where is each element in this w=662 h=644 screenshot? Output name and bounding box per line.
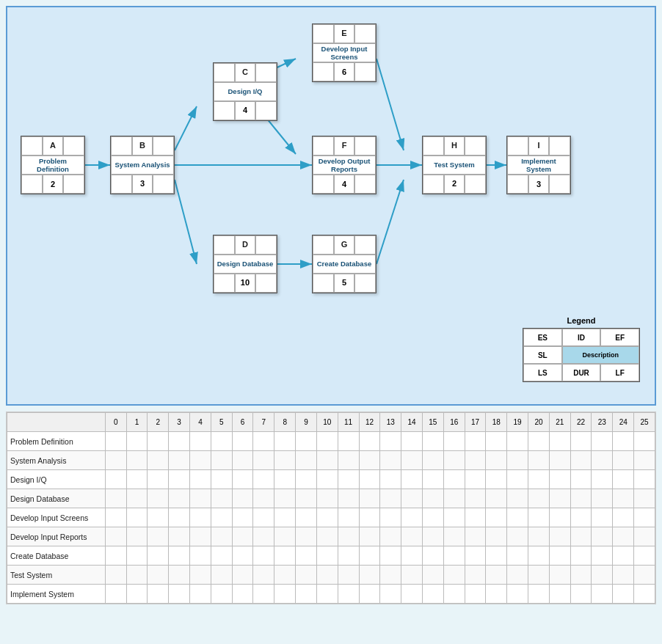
gantt-cell	[528, 432, 550, 451]
gantt-col-7: 7	[253, 413, 274, 432]
gantt-cell	[359, 566, 380, 585]
gantt-row-label: Problem Definition	[7, 432, 106, 451]
gantt-cell	[613, 546, 634, 566]
gantt-cell	[592, 527, 613, 546]
gantt-cell	[549, 432, 570, 451]
gantt-cell	[211, 432, 232, 451]
gantt-cell	[316, 489, 338, 508]
gantt-cell	[507, 508, 528, 527]
gantt-cell	[401, 508, 423, 527]
gantt-cell	[486, 508, 507, 527]
gantt-cell	[592, 470, 613, 489]
gantt-cell	[465, 566, 486, 585]
gantt-cell	[296, 508, 317, 527]
gantt-cell	[148, 451, 169, 470]
gantt-cell	[443, 508, 465, 527]
gantt-cell	[274, 546, 296, 566]
gantt-cell	[549, 527, 570, 546]
gantt-cell	[380, 546, 401, 566]
gantt-cell	[401, 489, 423, 508]
gantt-cell	[148, 489, 169, 508]
gantt-cell	[274, 585, 296, 604]
gantt-cell	[486, 585, 507, 604]
gantt-cell	[443, 470, 465, 489]
gantt-cell	[507, 489, 528, 508]
gantt-cell	[296, 566, 317, 585]
gantt-cell	[169, 432, 190, 451]
gantt-cell	[401, 432, 423, 451]
gantt-cell	[169, 508, 190, 527]
gantt-cell	[232, 527, 253, 546]
gantt-cell	[507, 546, 528, 566]
gantt-cell	[211, 566, 232, 585]
gantt-cell	[296, 470, 317, 489]
gantt-col-16: 16	[443, 413, 465, 432]
gantt-cell	[465, 585, 486, 604]
gantt-cell	[634, 585, 655, 604]
gantt-cell	[338, 527, 359, 546]
gantt-cell	[316, 508, 338, 527]
gantt-cell	[105, 527, 126, 546]
gantt-cell	[232, 470, 253, 489]
gantt-header-label	[7, 413, 106, 432]
gantt-cell	[190, 470, 211, 489]
gantt-col-4: 4	[190, 413, 211, 432]
gantt-cell	[570, 489, 592, 508]
gantt-cell	[465, 527, 486, 546]
gantt-col-14: 14	[401, 413, 423, 432]
gantt-cell	[465, 546, 486, 566]
gantt-cell	[190, 546, 211, 566]
gantt-cell	[359, 508, 380, 527]
gantt-cell	[148, 470, 169, 489]
gantt-cell	[190, 489, 211, 508]
gantt-col-20: 20	[528, 413, 550, 432]
gantt-cell	[190, 451, 211, 470]
gantt-cell	[592, 489, 613, 508]
gantt-cell	[380, 470, 401, 489]
gantt-cell	[169, 451, 190, 470]
gantt-cell	[148, 585, 169, 604]
gantt-cell	[401, 470, 423, 489]
legend-dur: DUR	[562, 364, 601, 381]
gantt-cell	[634, 546, 655, 566]
gantt-cell	[422, 508, 443, 527]
gantt-cell	[274, 432, 296, 451]
gantt-body: Problem DefinitionSystem AnalysisDesign …	[7, 432, 655, 604]
gantt-cell	[211, 470, 232, 489]
gantt-cell	[634, 527, 655, 546]
gantt-cell	[169, 489, 190, 508]
legend-ef: EF	[600, 329, 639, 346]
gantt-cell	[465, 508, 486, 527]
gantt-cell	[211, 508, 232, 527]
node-c: C Design I/Q 4	[213, 62, 277, 121]
legend-grid: ES ID EF SL Description LS DUR LF	[523, 328, 640, 382]
gantt-cell	[126, 566, 148, 585]
gantt-cell	[316, 566, 338, 585]
gantt-cell	[296, 546, 317, 566]
gantt-cell	[443, 489, 465, 508]
gantt-cell	[570, 451, 592, 470]
gantt-cell	[359, 451, 380, 470]
gantt-cell	[126, 585, 148, 604]
gantt-cell	[232, 432, 253, 451]
gantt-cell	[528, 566, 550, 585]
gantt-cell	[507, 585, 528, 604]
gantt-cell	[274, 470, 296, 489]
gantt-cell	[105, 508, 126, 527]
gantt-cell	[359, 585, 380, 604]
gantt-cell	[613, 566, 634, 585]
gantt-cell	[443, 451, 465, 470]
gantt-cell	[126, 489, 148, 508]
gantt-cell	[634, 508, 655, 527]
gantt-cell	[296, 585, 317, 604]
gantt-cell	[190, 432, 211, 451]
gantt-row: Implement System	[7, 585, 655, 604]
gantt-cell	[338, 566, 359, 585]
gantt-cell	[126, 470, 148, 489]
gantt-cell	[401, 527, 423, 546]
gantt-cell	[443, 546, 465, 566]
gantt-cell	[380, 585, 401, 604]
gantt-row-label: Design I/Q	[7, 470, 106, 489]
gantt-cell	[613, 470, 634, 489]
gantt-col-2: 2	[148, 413, 169, 432]
